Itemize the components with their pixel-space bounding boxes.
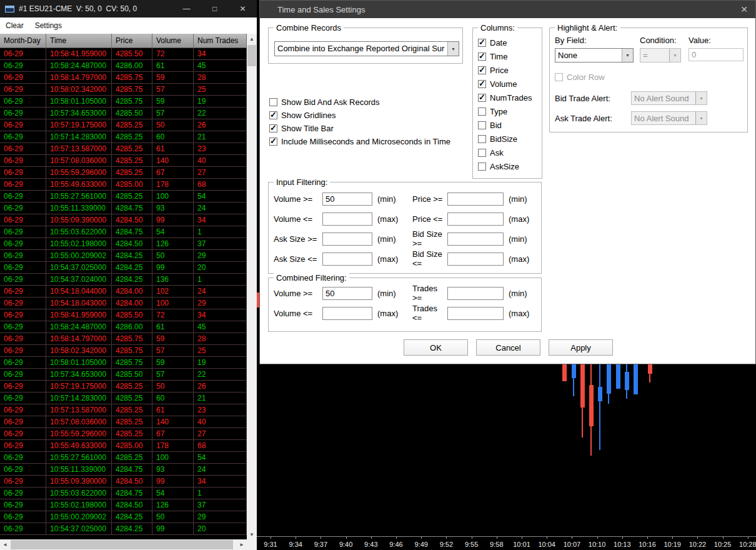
close-button[interactable]: ✕ xyxy=(229,0,257,18)
table-row[interactable]: 06-2910:57:08.0360004285.2514040 xyxy=(0,155,247,167)
table-row[interactable]: 06-2910:57:08.0360004285.2514040 xyxy=(0,416,247,428)
column-header-month-day[interactable]: Month-Day xyxy=(0,34,46,48)
filter-input[interactable] xyxy=(447,212,504,226)
table-row[interactable]: 06-2910:54:18.0430004284.0010029 xyxy=(0,298,247,309)
column-header-volume[interactable]: Volume xyxy=(152,34,194,48)
by-field-select[interactable]: None ▼ xyxy=(555,48,634,62)
table-row[interactable]: 06-2910:58:02.3420004285.755725 xyxy=(0,84,247,96)
table-row[interactable]: 06-2910:54:18.0440004284.0010224 xyxy=(0,286,247,298)
table-row[interactable]: 06-2910:58:02.3420004285.755725 xyxy=(0,345,247,357)
ok-button[interactable]: OK xyxy=(404,339,468,356)
checkbox-price[interactable]: Price xyxy=(473,63,542,77)
filter-input[interactable] xyxy=(447,252,504,266)
checkbox-ask[interactable]: Ask xyxy=(473,146,542,159)
filter-input[interactable] xyxy=(322,307,372,320)
value-input[interactable] xyxy=(689,48,744,61)
menu-clear[interactable]: Clear xyxy=(0,21,29,30)
table-row[interactable]: 06-2910:55:00.2090024284.255029 xyxy=(0,250,247,262)
table-row[interactable]: 06-2910:55:11.3390004284.759324 xyxy=(0,464,247,476)
scroll-left-icon[interactable]: ◄ xyxy=(0,539,10,550)
checkbox-bid[interactable]: Bid xyxy=(473,118,542,132)
checkbox-asksize[interactable]: AskSize xyxy=(473,159,542,173)
filter-input[interactable] xyxy=(322,212,372,226)
table-row[interactable]: 06-2910:55:03.6220004284.75541 xyxy=(0,226,247,238)
table-row[interactable]: 06-2910:54:37.0250004284.259920 xyxy=(0,262,247,274)
table-row[interactable]: 06-2910:58:01.1050004285.755919 xyxy=(0,96,247,108)
table-row[interactable]: 06-2910:57:34.6530004285.505722 xyxy=(0,108,247,119)
scroll-up-icon[interactable]: ▲ xyxy=(247,34,257,44)
table-row[interactable]: 06-2910:57:13.5870004285.256123 xyxy=(0,143,247,155)
column-header-num-trades[interactable]: Num Trades xyxy=(194,34,247,48)
dropdown-arrow-icon[interactable]: ▼ xyxy=(622,49,633,62)
cancel-button[interactable]: Cancel xyxy=(476,339,540,356)
table-row[interactable]: 06-2910:58:24.4870004286.006145 xyxy=(0,321,247,333)
table-row[interactable]: 06-2910:58:14.7970004285.755928 xyxy=(0,72,247,84)
dropdown-arrow-icon[interactable]: ▼ xyxy=(447,42,459,56)
dropdown-arrow-icon[interactable]: ▼ xyxy=(695,92,707,104)
window-titlebar[interactable]: #1 ESU21-CME V: 50, 0 CV: 50, 0 — □ ✕ xyxy=(0,0,257,18)
table-row[interactable]: 06-2910:57:34.6530004285.505722 xyxy=(0,369,247,381)
dialog-close-icon[interactable]: ✕ xyxy=(740,1,748,18)
horizontal-scrollbar[interactable]: ◄ ► xyxy=(0,539,247,550)
table-row[interactable]: 06-2910:58:14.7970004285.755928 xyxy=(0,333,247,345)
column-header-time[interactable]: Time xyxy=(46,34,112,48)
table-row[interactable]: 06-2910:55:11.3390004284.759324 xyxy=(0,202,247,214)
table-row[interactable]: 06-2910:55:09.3900004284.509934 xyxy=(0,476,247,488)
checkbox-bidsize[interactable]: BidSize xyxy=(473,132,542,146)
table-row[interactable]: 06-2910:55:49.6330004285.0017868 xyxy=(0,179,247,191)
scroll-down-icon[interactable]: ▼ xyxy=(247,529,257,539)
filter-input[interactable] xyxy=(322,232,372,246)
table-row[interactable]: 06-2910:55:49.6330004285.0017868 xyxy=(0,440,247,452)
table-row[interactable]: 06-2910:57:14.2830004285.256021 xyxy=(0,392,247,404)
table-row[interactable]: 06-2910:58:41.9590004285.507234 xyxy=(0,48,247,60)
table-row[interactable]: 06-2910:57:19.1750004285.255026 xyxy=(0,381,247,392)
vertical-scroll-thumb[interactable] xyxy=(247,45,256,66)
bid-trade-alert-select[interactable]: No Alert Sound ▼ xyxy=(631,91,707,105)
horizontal-scroll-thumb[interactable] xyxy=(11,540,233,549)
checkbox-type[interactable]: Type xyxy=(473,104,542,118)
table-row[interactable]: 06-2910:55:27.5610004285.2510054 xyxy=(0,452,247,464)
dropdown-arrow-icon[interactable]: ▼ xyxy=(669,49,680,62)
table-row[interactable]: 06-2910:57:13.5870004285.256123 xyxy=(0,404,247,416)
table-row[interactable]: 06-2910:58:24.4870004286.006145 xyxy=(0,60,247,72)
table-row[interactable]: 06-2910:54:37.0240004284.251361 xyxy=(0,274,247,286)
filter-input[interactable] xyxy=(322,252,372,266)
filter-input[interactable] xyxy=(447,192,504,206)
filter-input[interactable] xyxy=(447,287,504,300)
apply-button[interactable]: Apply xyxy=(549,339,613,356)
condition-select[interactable]: = ▼ xyxy=(640,48,681,62)
table-row[interactable]: 06-2910:55:02.1980004284.5012637 xyxy=(0,238,247,250)
table-row[interactable]: 06-2910:58:01.1050004285.755919 xyxy=(0,357,247,369)
table-row[interactable]: 06-2910:55:59.2960004285.256727 xyxy=(0,428,247,440)
checkbox-volume[interactable]: Volume xyxy=(473,77,542,91)
maximize-button[interactable]: □ xyxy=(201,0,229,18)
checkbox-time[interactable]: Time xyxy=(473,49,542,63)
table-row[interactable]: 06-2910:57:19.1750004285.255026 xyxy=(0,119,247,131)
table-row[interactable]: 06-2910:55:59.2960004285.256727 xyxy=(0,167,247,179)
checkbox-numtrades[interactable]: NumTrades xyxy=(473,91,542,104)
combine-records-select[interactable]: Combine into Exchange Reported Original … xyxy=(274,41,459,56)
minimize-button[interactable]: — xyxy=(172,0,201,18)
table-row[interactable]: 06-2910:57:14.2830004285.256021 xyxy=(0,131,247,143)
table-row[interactable]: 06-2910:55:09.3900004284.509934 xyxy=(0,214,247,226)
table-row[interactable]: 06-2910:55:02.1980004284.5012637 xyxy=(0,499,247,511)
color-row-checkbox[interactable]: Color Row xyxy=(555,71,605,84)
table-row[interactable]: 06-2910:55:27.5610004285.2510054 xyxy=(0,191,247,202)
filter-input[interactable] xyxy=(322,287,372,300)
table-row[interactable]: 06-2910:55:03.6220004284.75541 xyxy=(0,488,247,499)
dropdown-arrow-icon[interactable]: ▼ xyxy=(695,112,707,124)
menu-settings[interactable]: Settings xyxy=(29,21,67,30)
table-row[interactable]: 06-2910:58:41.9590004285.507234 xyxy=(0,309,247,321)
table-row[interactable]: 06-2910:54:37.0250004284.259920 xyxy=(0,523,247,535)
filter-input[interactable] xyxy=(322,192,372,206)
vertical-scrollbar[interactable]: ▲ ▼ xyxy=(247,34,257,539)
filter-label: (min) xyxy=(509,289,527,298)
column-header-price[interactable]: Price xyxy=(112,34,152,48)
ask-trade-alert-select[interactable]: No Alert Sound ▼ xyxy=(631,111,707,125)
filter-input[interactable] xyxy=(447,307,504,320)
filter-input[interactable] xyxy=(447,232,504,246)
scroll-right-icon[interactable]: ► xyxy=(237,539,247,550)
table-row[interactable]: 06-2910:55:00.2090024284.255029 xyxy=(0,511,247,523)
dialog-titlebar[interactable]: Time and Sales Settings ✕ xyxy=(260,1,755,18)
checkbox-date[interactable]: Date xyxy=(473,36,542,49)
